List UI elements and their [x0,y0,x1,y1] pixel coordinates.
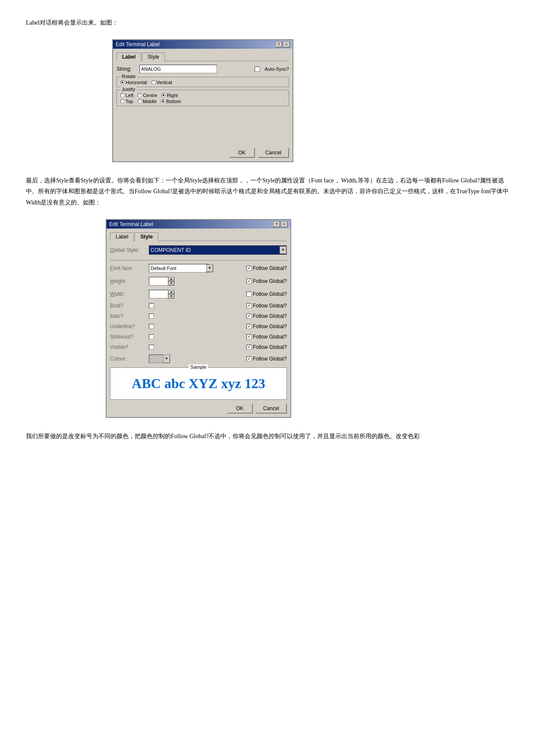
dialog2-width-spinner-btns: ▲ ▼ [168,290,174,298]
dialog2-italic-follow-label: Follow Global? [253,313,287,319]
dialog1-radio-middle[interactable]: Middle [138,99,157,104]
dialog1-ok-button[interactable]: OK [229,147,255,158]
dialog1-radio-right-btn[interactable] [161,93,166,97]
dialog2-width-input[interactable] [149,290,168,298]
dialog2-tab-style[interactable]: Style [135,232,158,241]
dialog2-ok-button[interactable]: OK [227,403,253,414]
dialog2-visible-follow-checkbox[interactable]: ✓ [246,345,252,350]
dialog2-italic-follow-checkbox[interactable]: ✓ [246,314,252,319]
dialog1-rotate-legend: Rotate [120,74,137,79]
dialog1-top-label: Top [126,99,133,104]
dialog2-global-style-row: Global Style: COMPONENT ID ▼ [110,245,287,256]
dialog2-italic-label: Italic? [110,313,149,319]
dialog2-titlebar: Edit Terminal Label ? × [107,220,290,229]
dialog2-colour-select[interactable] [149,354,167,363]
dialog2-italic-row: Italic? ✓ Follow Global? [110,312,287,320]
dialog2-global-style-value[interactable]: COMPONENT ID [149,245,287,255]
dialog1-radio-middle-btn[interactable] [138,99,142,104]
dialog2-colour-row: Colour: ▼ ✓ Follow Global? [110,354,287,364]
dialog1-bottom-label: Bottom [166,99,181,104]
dialog2-colour-label: Colour: [110,356,149,362]
dialog2-height-follow-checkbox[interactable]: ✓ [246,279,252,284]
dialog2-width-down-btn[interactable]: ▼ [168,294,174,298]
dialog1-radio-right[interactable]: Right [161,93,178,98]
dialog2-sep1 [110,260,287,260]
dialog2-width-label: Width: [110,291,149,297]
dialog1-radio-centre[interactable]: Centre [138,93,157,98]
dialog2-font-face-label: Font face: [110,265,149,271]
intro-text1: Label对话框将会显示出来。如图： [26,17,509,28]
dialog2-bold-row: Bold? ✓ Follow Global? [110,302,287,310]
dialog2-height-spinner: ▲ ▼ [149,277,174,285]
dialog1-auto-sync-label: Auto-Sync? [264,66,289,72]
dialog2-font-face-select[interactable]: Default Font [149,264,209,273]
dialog1-titlebar: Edit Terminal Label ? × [113,40,293,49]
dialog1-radio-horizontal[interactable]: Horizontal [120,80,147,85]
dialog1-radio-centre-btn[interactable] [138,93,142,97]
dialog1-help-button[interactable]: ? [275,41,282,47]
dialog2-global-style-underline: G [110,247,114,253]
dialog1-radio-top[interactable]: Top [120,99,133,104]
dialog2-italic-checkbox[interactable] [149,314,154,319]
dialog2-font-face-row: Font face: Default Font ▼ ✓ Follow Globa… [110,263,287,273]
dialog1-justify-group: Justify Left Centre Right [116,90,289,106]
dialog2-body: Label Style Global Style: COMPONENT ID ▼ [107,229,290,417]
dialog2-cancel-button[interactable]: Cancel [255,403,287,414]
dialog1-tab-bar: Label Style [116,52,289,61]
dialog2-bold-checkbox[interactable] [149,303,154,308]
dialog2-underline-row: Underline? ✓ Follow Global? [110,323,287,330]
dialog2-strikeout-follow-checkbox[interactable]: ✓ [246,334,252,339]
dialog1-string-input[interactable] [139,65,217,73]
dialog1-close-button[interactable]: × [283,41,290,47]
dialog2-global-style-text: lobal Style: [114,247,139,253]
dialog2-height-down-btn[interactable]: ▼ [168,281,174,285]
dialog2-title-buttons: ? × [273,221,288,227]
dialog2-font-face-follow-checkbox[interactable]: ✓ [246,266,252,271]
dialog1-justify-row1: Left Centre Right [120,93,285,98]
body-text2: 我们所要做的是改变标号为不同的颜色，把颜色控制的Follow Global?不选… [26,431,509,442]
dialog2-visible-label: Visible? [110,344,149,350]
dialog2-colour-follow-checkbox[interactable]: ✓ [246,356,252,361]
dialog1-radio-left[interactable]: Left [120,93,133,98]
dialog1-radio-top-btn[interactable] [120,99,125,104]
dialog2-underline-follow-checkbox[interactable]: ✓ [246,324,252,329]
dialog2-width-up-btn[interactable]: ▲ [168,290,174,294]
dialog2-strikeout-follow-label: Follow Global? [253,334,287,340]
dialog2-close-button[interactable]: × [281,221,288,227]
dialog1-auto-sync-checkbox[interactable] [255,66,260,72]
dialog1-radio-vertical[interactable]: Vertical [151,80,172,85]
dialog2-width-follow-label: Follow Global? [253,291,287,297]
dialog2-tab-label[interactable]: Label [110,232,134,241]
dialog1-string-label: String: [116,66,136,72]
dialog1-radio-bottom-btn[interactable] [161,99,165,104]
dialog1-body: Label Style String: Auto-Sync? Rotate Ho… [113,49,293,161]
dialog2-width-follow-checkbox[interactable] [246,292,252,297]
dialog1-title: Edit Terminal Label [116,41,160,47]
dialog1-left-label: Left [126,93,133,98]
dialog1-radio-horizontal-btn[interactable] [120,80,125,85]
dialog1-radio-bottom[interactable]: Bottom [161,99,181,104]
dialog2-help-button[interactable]: ? [273,221,280,227]
dialog1-tab-style[interactable]: Style [142,53,165,61]
dialog2-underline-checkbox[interactable] [149,324,154,329]
dialog1-middle-label: Middle [143,99,157,104]
dialog1-radio-left-btn[interactable] [120,93,125,97]
dialog1-horizontal-label: Horizontal [126,80,147,85]
dialog2-strikeout-checkbox[interactable] [149,334,154,339]
dialog2-sample-box: Sample ABC abc XYZ xyz 123 [110,367,287,400]
dialog1-radio-vertical-btn[interactable] [151,80,156,85]
dialog1-cancel-button[interactable]: Cancel [258,147,289,158]
dialog2-height-input[interactable] [149,277,168,285]
dialog2-bold-label: Bold? [110,303,149,309]
dialog1-centre-label: Centre [143,93,157,98]
dialog2-bold-follow-checkbox[interactable]: ✓ [246,303,252,308]
dialog2-font-face-value: Default Font [151,266,176,271]
dialog1-justify-row2: Top Middle Bottom [120,99,285,104]
dialog2-global-style-label: Global Style: [110,247,149,253]
dialog1-tab-label[interactable]: Label [116,53,141,61]
dialog1-vertical-label: Vertical [157,80,172,85]
dialog2-visible-checkbox[interactable] [149,345,154,350]
dialog2-height-up-btn[interactable]: ▲ [168,277,174,281]
dialog2-colour-wrapper: ▼ [149,354,170,363]
dialog2-font-face-wrapper: Default Font ▼ [149,264,214,273]
